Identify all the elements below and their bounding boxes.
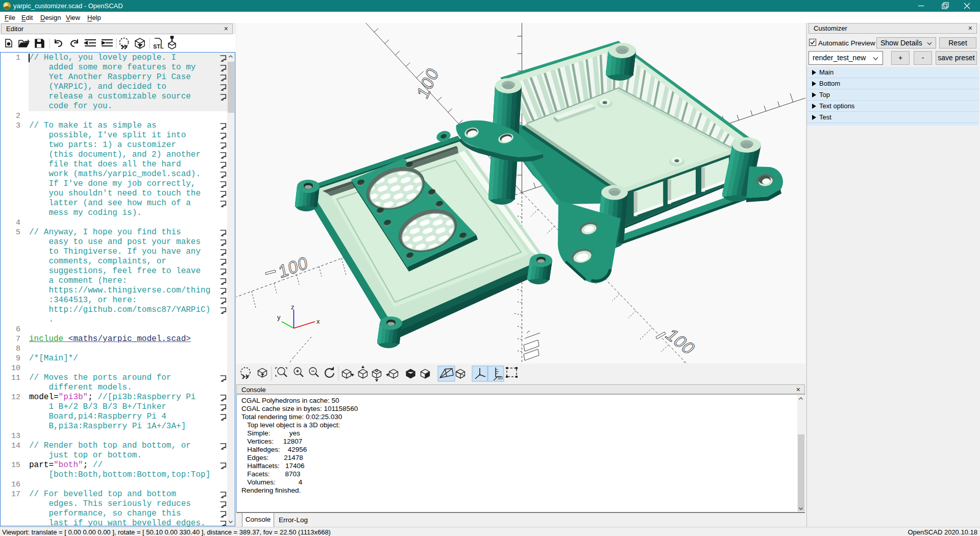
svg-text:10: 10 [498,375,503,380]
svg-text:100: 100 [413,64,443,102]
svg-text:x: x [316,318,320,325]
svg-text:y: y [277,313,281,321]
svg-text:STL: STL [153,43,164,50]
svg-text:100: 100 [662,326,700,357]
svg-text:z: z [291,303,295,311]
svg-text:100: 100 [277,252,310,282]
